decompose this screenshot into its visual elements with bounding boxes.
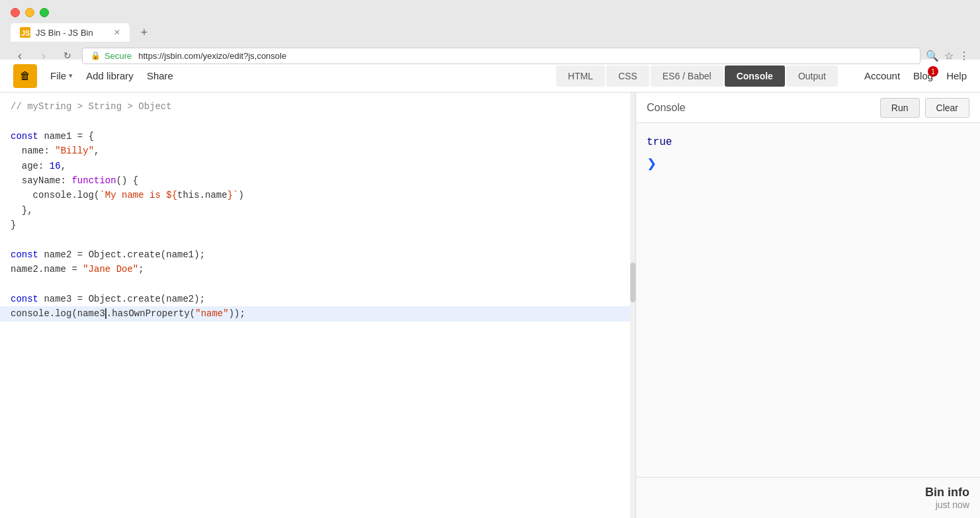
traffic-lights — [0, 0, 980, 21]
code-line-2 — [0, 114, 635, 128]
tab-output[interactable]: Output — [786, 65, 838, 87]
bin-info: Bin info just now — [647, 486, 969, 510]
app-logo: 🗑 — [13, 64, 37, 88]
file-menu-label: File — [50, 70, 66, 81]
forward-button[interactable]: › — [34, 49, 53, 63]
code-line-12: name2.name = "Jane Doe"; — [0, 262, 635, 277]
console-output[interactable]: true ❯ — [636, 123, 980, 477]
back-button[interactable]: ‹ — [11, 49, 29, 63]
code-editor[interactable]: // myString > String > Object const name… — [0, 93, 636, 518]
console-panel-title: Console — [647, 102, 875, 114]
clear-button[interactable]: Clear — [925, 98, 969, 118]
code-line-5: age: 16, — [0, 159, 635, 173]
tab-favicon: JS — [20, 27, 30, 38]
reload-button[interactable]: ↻ — [58, 50, 77, 61]
menu-icon[interactable]: ⋮ — [959, 50, 969, 62]
console-output-true: true — [647, 134, 969, 151]
code-line-13 — [0, 277, 635, 292]
code-line-4: name: "Billy", — [0, 144, 635, 158]
browser-chrome: JS JS Bin - JS Bin ✕ + ‹ › ↻ 🔒 Secure ht… — [0, 0, 980, 60]
code-line-10 — [0, 233, 635, 247]
blog-button[interactable]: Blog 1 — [913, 70, 933, 81]
new-tab-button[interactable]: + — [135, 23, 153, 42]
code-line-6: sayName: function() { — [0, 173, 635, 188]
maximize-button[interactable] — [40, 8, 49, 17]
blog-badge: 1 — [928, 66, 938, 77]
url-protocol: Secure — [104, 51, 132, 61]
scrollbar-track[interactable] — [630, 93, 635, 518]
scrollbar-thumb[interactable] — [630, 263, 635, 302]
header-right: Account Blog 1 Help — [864, 70, 967, 81]
console-panel: Console Run Clear true ❯ Bin info just n… — [636, 93, 980, 518]
lock-icon: 🔒 — [91, 51, 101, 60]
code-line-8: }, — [0, 203, 635, 218]
tab-es6[interactable]: ES6 / Babel — [651, 65, 723, 87]
bookmark-icon[interactable]: ☆ — [944, 50, 954, 62]
tab-console[interactable]: Console — [725, 65, 785, 87]
share-button[interactable]: Share — [147, 70, 173, 81]
console-footer: Bin info just now — [636, 477, 980, 518]
code-line-1: // myString > String > Object — [0, 99, 635, 114]
svg-text:JS: JS — [21, 29, 30, 37]
tab-bar: JS JS Bin - JS Bin ✕ + — [0, 21, 980, 44]
url-text: https://jsbin.com/yexizo/edit?js,console — [138, 51, 286, 61]
browser-actions: 🔍 ☆ ⋮ — [926, 50, 969, 62]
account-button[interactable]: Account — [864, 70, 900, 81]
main-area: // myString > String > Object const name… — [0, 93, 980, 518]
tab-close-button[interactable]: ✕ — [114, 28, 120, 37]
code-content: // myString > String > Object const name… — [0, 93, 635, 328]
address-bar[interactable]: 🔒 Secure https://jsbin.com/yexizo/edit?j… — [82, 48, 920, 64]
console-prompt: ❯ — [647, 151, 969, 176]
close-button[interactable] — [11, 8, 20, 17]
code-line-7: console.log(`My name is ${this.name}`) — [0, 188, 635, 202]
tab-css[interactable]: CSS — [606, 65, 649, 87]
code-line-3: const name1 = { — [0, 129, 635, 144]
run-button[interactable]: Run — [880, 98, 920, 118]
bin-info-title: Bin info — [647, 486, 969, 499]
file-menu-arrow: ▾ — [69, 71, 73, 80]
help-button[interactable]: Help — [946, 70, 967, 81]
browser-tab[interactable]: JS JS Bin - JS Bin ✕ — [11, 23, 130, 42]
minimize-button[interactable] — [25, 8, 34, 17]
app-header: 🗑 File ▾ Add library Share HTML CSS ES6 … — [0, 60, 980, 93]
code-line-9: } — [0, 218, 635, 232]
bin-info-time: just now — [647, 499, 969, 510]
editor-tabs: HTML CSS ES6 / Babel Console Output — [556, 65, 838, 87]
file-menu[interactable]: File ▾ — [50, 70, 73, 81]
console-header: Console Run Clear — [636, 93, 980, 123]
code-line-11: const name2 = Object.create(name1); — [0, 247, 635, 262]
tab-html[interactable]: HTML — [556, 65, 605, 87]
tab-title: JS Bin - JS Bin — [36, 28, 93, 38]
add-library-button[interactable]: Add library — [86, 70, 134, 81]
search-icon[interactable]: 🔍 — [926, 50, 939, 62]
code-line-14: const name3 = Object.create(name2); — [0, 292, 635, 306]
logo-icon: 🗑 — [20, 70, 30, 82]
code-line-15: console.log(name3.hasOwnProperty("name")… — [0, 306, 635, 321]
